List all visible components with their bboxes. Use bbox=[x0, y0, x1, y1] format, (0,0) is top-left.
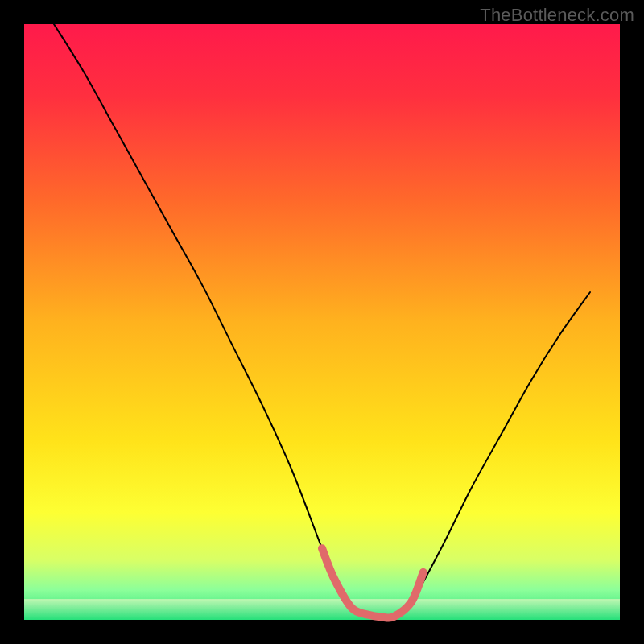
attribution-text: TheBottleneck.com bbox=[480, 5, 634, 26]
chart-stage: TheBottleneck.com bbox=[0, 0, 644, 644]
plot-background bbox=[24, 24, 620, 620]
bottleneck-chart bbox=[0, 0, 644, 644]
green-band bbox=[24, 599, 620, 620]
